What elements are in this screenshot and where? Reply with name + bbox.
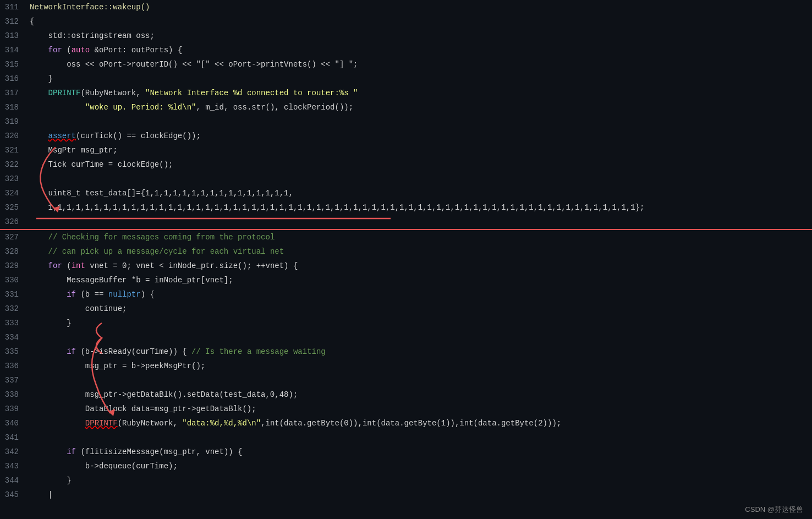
line-content: continue; <box>28 302 812 316</box>
line-number: 341 <box>0 430 28 445</box>
line-content: NetworkInterface::wakeup() <box>28 0 812 14</box>
line-number: 332 <box>0 302 28 316</box>
line-number: 317 <box>0 86 28 100</box>
table-row: 338 msg_ptr->getDataBlk().setData(test_d… <box>0 387 812 402</box>
line-number: 330 <box>0 273 28 287</box>
line-content: // can pick up a message/cycle for each … <box>28 244 812 259</box>
table-row: 327 // Checking for messages coming from… <box>0 230 812 244</box>
line-content <box>28 373 812 387</box>
line-content: DataBlock data=msg_ptr->getDataBlk(); <box>28 402 812 416</box>
line-content: for (auto &oPort: outPorts) { <box>28 43 812 57</box>
table-row: 319 <box>0 114 812 129</box>
line-content <box>28 430 812 445</box>
line-content: msg_ptr = b->peekMsgPtr(); <box>28 359 812 373</box>
line-content: oss << oPort->routerID() << "[" << oPort… <box>28 57 812 72</box>
table-row: 333 } <box>0 316 812 330</box>
line-content: MsgPtr msg_ptr; <box>28 143 812 157</box>
line-number: 319 <box>0 114 28 129</box>
line-number: 315 <box>0 57 28 72</box>
line-number: 344 <box>0 473 28 488</box>
line-content: b->dequeue(curTime); <box>28 459 812 473</box>
line-content <box>28 114 812 129</box>
table-row: 337 <box>0 373 812 387</box>
line-number: 312 <box>0 14 28 29</box>
table-row: 341 <box>0 430 812 445</box>
table-row: 330 MessageBuffer *b = inNode_ptr[vnet]; <box>0 273 812 287</box>
table-row: 311NetworkInterface::wakeup() <box>0 0 812 14</box>
line-number: 313 <box>0 29 28 43</box>
line-number: 327 <box>0 230 28 244</box>
line-content: MessageBuffer *b = inNode_ptr[vnet]; <box>28 273 812 287</box>
line-number: 325 <box>0 200 28 215</box>
table-row: 335 if (b->isReady(curTime)) { // Is the… <box>0 345 812 359</box>
line-number: 323 <box>0 172 28 186</box>
table-row: 326 <box>0 215 812 230</box>
table-row: 314 for (auto &oPort: outPorts) { <box>0 43 812 57</box>
line-number: 342 <box>0 445 28 459</box>
table-row: 329 for (int vnet = 0; vnet < inNode_ptr… <box>0 259 812 273</box>
line-content <box>28 330 812 345</box>
line-content: // Checking for messages coming from the… <box>28 230 812 244</box>
line-content: msg_ptr->getDataBlk().setData(test_data,… <box>28 387 812 402</box>
line-number: 329 <box>0 259 28 273</box>
line-content: if (b->isReady(curTime)) { // Is there a… <box>28 345 812 359</box>
line-number: 340 <box>0 416 28 430</box>
table-row: 316 } <box>0 72 812 86</box>
line-content: | <box>28 488 812 502</box>
line-number: 336 <box>0 359 28 373</box>
line-number: 338 <box>0 387 28 402</box>
table-row: 322 Tick curTime = clockEdge(); <box>0 157 812 172</box>
line-number: 322 <box>0 157 28 172</box>
table-row: 324 uint8_t test_data[]={1,1,1,1,1,1,1,1… <box>0 186 812 200</box>
line-content: uint8_t test_data[]={1,1,1,1,1,1,1,1,1,1… <box>28 186 812 200</box>
line-number: 331 <box>0 287 28 302</box>
line-content: } <box>28 473 812 488</box>
table-row: 344 } <box>0 473 812 488</box>
table-row: 325 1,1,1,1,1,1,1,1,1,1,1,1,1,1,1,1,1,1,… <box>0 200 812 215</box>
table-row: 339 DataBlock data=msg_ptr->getDataBlk()… <box>0 402 812 416</box>
table-row: 323 <box>0 172 812 186</box>
line-content <box>28 215 812 229</box>
line-number: 333 <box>0 316 28 330</box>
code-lines: 311NetworkInterface::wakeup()312{313 std… <box>0 0 812 502</box>
line-content: for (int vnet = 0; vnet < inNode_ptr.siz… <box>28 259 812 273</box>
line-number: 335 <box>0 345 28 359</box>
table-row: 321 MsgPtr msg_ptr; <box>0 143 812 157</box>
line-number: 314 <box>0 43 28 57</box>
line-number: 321 <box>0 143 28 157</box>
line-content: DPRINTF(RubyNetwork, "Network Interface … <box>28 86 812 100</box>
line-content: Tick curTime = clockEdge(); <box>28 157 812 172</box>
table-row: 342 if (flitisizeMessage(msg_ptr, vnet))… <box>0 445 812 459</box>
line-content: } <box>28 72 812 86</box>
line-content: 1,1,1,1,1,1,1,1,1,1,1,1,1,1,1,1,1,1,1,1,… <box>28 200 812 215</box>
table-row: 334 <box>0 330 812 345</box>
line-number: 318 <box>0 100 28 114</box>
table-row: 328 // can pick up a message/cycle for e… <box>0 244 812 259</box>
line-content <box>28 172 812 186</box>
table-row: 313 std::ostringstream oss; <box>0 29 812 43</box>
line-content: DPRINTF(RubyNetwork, "data:%d,%d,%d\n",i… <box>28 416 812 430</box>
table-row: 320 assert(curTick() == clockEdge()); <box>0 129 812 143</box>
table-row: 343 b->dequeue(curTime); <box>0 459 812 473</box>
table-row: 312{ <box>0 14 812 29</box>
line-number: 334 <box>0 330 28 345</box>
line-number: 339 <box>0 402 28 416</box>
line-number: 337 <box>0 373 28 387</box>
line-content: "woke up. Period: %ld\n", m_id, oss.str(… <box>28 100 812 114</box>
line-content: } <box>28 316 812 330</box>
line-number: 320 <box>0 129 28 143</box>
line-number: 345 <box>0 488 28 502</box>
line-content: if (b == nullptr) { <box>28 287 812 302</box>
table-row: 315 oss << oPort->routerID() << "[" << o… <box>0 57 812 72</box>
table-row: 332 continue; <box>0 302 812 316</box>
line-content: { <box>28 14 812 29</box>
table-row: 318 "woke up. Period: %ld\n", m_id, oss.… <box>0 100 812 114</box>
line-number: 311 <box>0 0 28 14</box>
line-number: 316 <box>0 72 28 86</box>
table-row: 317 DPRINTF(RubyNetwork, "Network Interf… <box>0 86 812 100</box>
line-content: if (flitisizeMessage(msg_ptr, vnet)) { <box>28 445 812 459</box>
table-row: 345 | <box>0 488 812 502</box>
line-number: 343 <box>0 459 28 473</box>
line-number: 326 <box>0 215 28 229</box>
table-row: 340 DPRINTF(RubyNetwork, "data:%d,%d,%d\… <box>0 416 812 430</box>
